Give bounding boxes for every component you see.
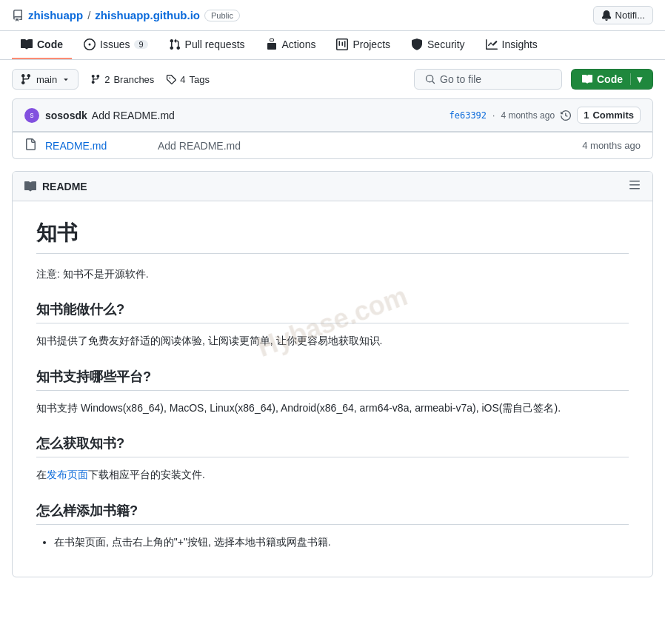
repo-owner[interactable]: zhishuapp [28, 9, 83, 21]
tab-insights-label: Insights [502, 38, 538, 50]
go-to-file-button[interactable]: Go to file [414, 69, 562, 90]
commit-message: Add README.md [92, 110, 175, 121]
tab-actions[interactable]: Actions [257, 31, 325, 59]
readme-notice: 注意: 知书不是开源软件. [36, 266, 629, 282]
security-tab-icon [411, 38, 423, 50]
tags-link[interactable]: 4 Tags [166, 74, 210, 85]
repo-sep: / [87, 9, 90, 21]
code-btn-label: Code [597, 73, 623, 85]
readme-body-link-2[interactable]: 发布页面 [47, 469, 88, 480]
tab-projects[interactable]: Projects [327, 31, 399, 59]
tag-icon [166, 74, 176, 84]
repo-title: zhishuapp / zhishuapp.github.io Public [12, 9, 240, 21]
readme-section-heading-0: 知书能做什么? [36, 300, 629, 323]
code-button[interactable]: Code ▾ [571, 69, 653, 90]
tab-actions-label: Actions [282, 38, 316, 50]
commit-avatar: s [24, 108, 39, 123]
readme-list-3: 在书架页面, 点击右上角的"+"按钮, 选择本地书籍或网盘书籍. [36, 534, 629, 550]
table-row: README.md Add README.md 4 months ago [13, 132, 652, 158]
actions-tab-icon [266, 38, 278, 50]
readme-body-pre-2: 在 [36, 469, 47, 480]
code-btn-dropdown[interactable]: ▾ [630, 73, 642, 85]
top-bar: zhishuapp / zhishuapp.github.io Public N… [0, 0, 665, 31]
commits-button[interactable]: 1 Commits [577, 107, 641, 124]
tags-count: 4 [180, 74, 185, 85]
commits-count: 1 [584, 110, 589, 121]
branch-selector[interactable]: main [12, 69, 78, 90]
commit-row: s sososdk Add README.md fe63392 · 4 mont… [12, 98, 653, 132]
pr-tab-icon [169, 38, 181, 50]
file-message: Add README.md [158, 140, 573, 152]
tab-projects-label: Projects [352, 38, 390, 50]
insights-tab-icon [486, 38, 498, 50]
notification-button[interactable]: Notifi... [593, 6, 653, 24]
branch-icon [20, 73, 32, 85]
branches-icon [90, 74, 101, 84]
file-name[interactable]: README.md [45, 140, 149, 152]
tab-pr-label: Pull requests [185, 38, 245, 50]
readme-h1: 知书 [36, 219, 629, 254]
tab-issues-label: Issues [100, 38, 130, 50]
commit-sha-area: fe63392 · 4 months ago 1 Commits [450, 107, 641, 124]
notification-label: Notifi... [615, 10, 645, 21]
readme-section-heading-2: 怎么获取知书? [36, 434, 629, 457]
branches-link[interactable]: 2 Branches [90, 74, 154, 85]
tab-code-label: Code [37, 38, 63, 50]
repo-icon [12, 10, 24, 21]
projects-tab-icon [336, 38, 348, 50]
branch-links: 2 Branches 4 Tags [90, 74, 210, 85]
readme-section: README 知书 注意: 知书不是开源软件. 知书能做什么? 知书提供了免费友… [12, 171, 653, 577]
readme-section-body-2: 在发布页面下载相应平台的安装文件. [36, 466, 629, 483]
readme-section-heading-1: 知书支持哪些平台? [36, 367, 629, 391]
code-tab-icon [21, 38, 33, 50]
list-item: 在书架页面, 点击右上角的"+"按钮, 选择本地书籍或网盘书籍. [54, 534, 629, 550]
chevron-down-icon [61, 75, 70, 84]
nav-tabs: Code Issues 9 Pull requests Actions Proj… [0, 31, 665, 60]
commit-author[interactable]: sososdk [45, 110, 87, 121]
book-icon [24, 181, 36, 192]
readme-header: README [13, 172, 652, 201]
readme-title: README [42, 181, 87, 192]
history-icon [561, 110, 571, 121]
branches-label: Branches [113, 74, 154, 85]
readme-section-body-1: 知书支持 Windows(x86_64), MacOS, Linux(x86_6… [36, 400, 629, 416]
branch-bar: main 2 Branches 4 Tags Go to file Code ▾ [0, 60, 665, 98]
commits-label: Commits [592, 110, 634, 121]
tab-issues[interactable]: Issues 9 [75, 31, 157, 59]
repo-name[interactable]: zhishuapp.github.io [95, 9, 200, 21]
readme-section-body-0: 知书提供了免费友好舒适的阅读体验, 让阅读更简单, 让你更容易地获取知识. [36, 332, 629, 349]
commit-time: 4 months ago [501, 110, 555, 121]
tab-code[interactable]: Code [12, 31, 72, 59]
tab-security[interactable]: Security [402, 31, 474, 59]
tab-insights[interactable]: Insights [477, 31, 547, 59]
branches-count: 2 [104, 74, 110, 85]
readme-body: 知书 注意: 知书不是开源软件. 知书能做什么? 知书提供了免费友好舒适的阅读体… [13, 201, 652, 577]
issues-tab-icon [84, 38, 96, 50]
readme-body-post-2: 下载相应平台的安装文件. [88, 469, 205, 480]
code-icon [582, 74, 592, 84]
branch-name: main [36, 74, 57, 85]
tab-security-label: Security [427, 38, 465, 50]
readme-section-heading-3: 怎么样添加书籍? [36, 501, 629, 525]
file-table: README.md Add README.md 4 months ago [12, 132, 653, 159]
commit-separator: · [492, 110, 495, 121]
repo-visibility-badge: Public [204, 10, 240, 21]
file-icon [24, 138, 36, 152]
commit-sha[interactable]: fe63392 [450, 110, 487, 121]
tags-label: Tags [190, 74, 210, 85]
search-icon [425, 74, 435, 84]
readme-menu-icon[interactable] [629, 179, 641, 193]
file-time: 4 months ago [582, 140, 641, 151]
go-to-file-label: Go to file [440, 73, 481, 85]
tab-pullrequests[interactable]: Pull requests [160, 31, 254, 59]
issues-badge: 9 [134, 40, 147, 49]
bell-icon [601, 10, 612, 21]
